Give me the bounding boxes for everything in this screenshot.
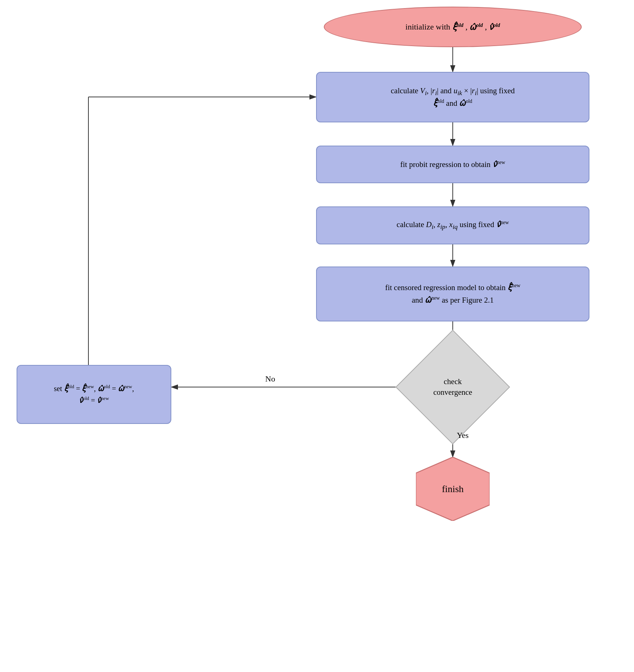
step1-box: calculate Vi, |ri| and uik × |ri| using … — [316, 72, 589, 122]
finish-label: finish — [442, 484, 463, 495]
set-label: set ξ̂old = ξ̂new, ω̂old = ω̂new, ν̂old … — [54, 383, 134, 406]
finish-node: finish — [416, 457, 490, 521]
step3-label: calculate Di, zip, xiq using fixed ν̂new — [397, 220, 509, 231]
step3-box: calculate Di, zip, xiq using fixed ν̂new — [316, 206, 589, 244]
start-label: initialize with ξ̂old , ω̂old , ν̂old — [406, 22, 500, 32]
flowchart: initialize with ξ̂old , ω̂old , ν̂old ca… — [0, 0, 634, 672]
yes-label: Yes — [457, 431, 469, 440]
step1-label: calculate Vi, |ri| and uik × |ri| using … — [391, 85, 515, 109]
step4-box: fit censored regression model to obtain … — [316, 267, 589, 321]
step2-box: fit probit regression to obtain ν̂new — [316, 146, 589, 183]
decision-label: checkconvergence — [412, 347, 493, 428]
set-box: set ξ̂old = ξ̂new, ω̂old = ω̂new, ν̂old … — [17, 365, 171, 424]
decision-text: checkconvergence — [433, 376, 472, 398]
step4-label: fit censored regression model to obtain … — [385, 282, 520, 306]
step2-label: fit probit regression to obtain ν̂new — [400, 160, 505, 169]
no-label: No — [265, 374, 275, 384]
start-node: initialize with ξ̂old , ω̂old , ν̂old — [324, 7, 582, 47]
